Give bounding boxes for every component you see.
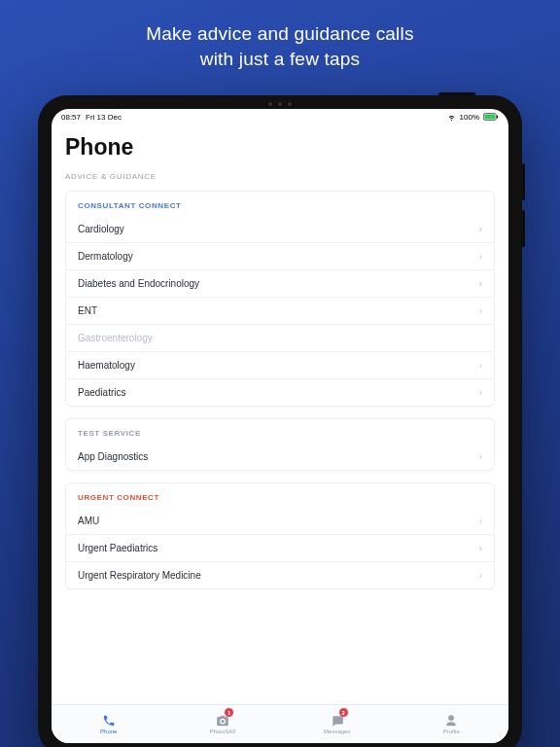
tab-badge: 2: [339, 708, 348, 717]
list-item-label: App Diagnostics: [78, 451, 148, 462]
tab-phone[interactable]: Phone: [52, 705, 166, 743]
chevron-right-icon: ›: [479, 305, 482, 316]
card-header-urgent: URGENT CONNECT: [66, 483, 494, 508]
list-item-label: Urgent Respiratory Medicine: [78, 570, 201, 581]
tab-bar: PhonePhotoSAF1Messages2Profile: [52, 704, 508, 743]
list-item-label: Diabetes and Endocrinology: [78, 278, 199, 289]
list-item[interactable]: App Diagnostics›: [66, 444, 494, 470]
marketing-line2: with just a few taps: [200, 49, 361, 69]
list-item[interactable]: ENT›: [66, 297, 494, 324]
list-item[interactable]: Haematology›: [66, 351, 494, 378]
phone-icon: [102, 714, 116, 728]
card-header-consultant: CONSULTANT CONNECT: [66, 192, 494, 216]
card-test-service: TEST SERVICE App Diagnostics›: [65, 418, 495, 471]
list-item[interactable]: Urgent Respiratory Medicine›: [66, 561, 494, 588]
list-item-label: ENT: [78, 305, 97, 316]
chevron-right-icon: ›: [479, 570, 482, 581]
wifi-icon: [447, 113, 456, 122]
list-item-label: Gastroenterology: [78, 333, 153, 343]
list-item[interactable]: Paediatrics›: [66, 378, 494, 406]
list-item-label: Urgent Paediatrics: [78, 543, 158, 553]
tab-badge: 1: [225, 708, 233, 717]
main-content: Phone ADVICE & GUIDANCE CONSULTANT CONNE…: [52, 124, 508, 704]
list-item[interactable]: AMU›: [66, 508, 494, 534]
status-date: Fri 13 Dec: [86, 113, 122, 122]
device-power-button: [438, 92, 475, 95]
svg-rect-2: [497, 115, 498, 118]
list-item-label: Haematology: [78, 360, 135, 371]
marketing-line1: Make advice and guidance calls: [146, 23, 413, 44]
marketing-headline: Make advice and guidance calls with just…: [0, 0, 560, 71]
battery-icon: [483, 113, 499, 121]
chevron-right-icon: ›: [479, 224, 482, 234]
status-time: 08:57: [61, 113, 81, 122]
section-label: ADVICE & GUIDANCE: [65, 172, 495, 181]
device-volume-up: [522, 163, 525, 200]
card-body-urgent: AMU›Urgent Paediatrics›Urgent Respirator…: [66, 508, 494, 588]
card-consultant-connect: CONSULTANT CONNECT Cardiology›Dermatolog…: [65, 191, 495, 407]
list-item[interactable]: Dermatology›: [66, 242, 494, 269]
chevron-right-icon: ›: [479, 387, 482, 398]
tab-photosaf[interactable]: PhotoSAF1: [166, 705, 281, 743]
card-body-test: App Diagnostics›: [66, 444, 494, 470]
svg-rect-1: [484, 115, 495, 120]
card-urgent-connect: URGENT CONNECT AMU›Urgent Paediatrics›Ur…: [65, 482, 495, 589]
status-bar: 08:57 Fri 13 Dec 100%: [52, 109, 508, 124]
chevron-right-icon: ›: [479, 543, 482, 553]
status-battery-text: 100%: [460, 113, 479, 122]
list-item-label: Paediatrics: [78, 387, 125, 398]
tab-label: Phone: [100, 729, 117, 734]
chevron-right-icon: ›: [479, 360, 482, 371]
tab-profile[interactable]: Profile: [395, 705, 509, 743]
list-item[interactable]: Urgent Paediatrics›: [66, 534, 494, 561]
card-header-test: TEST SERVICE: [66, 419, 494, 444]
device-camera-cluster: [256, 101, 304, 107]
chevron-right-icon: ›: [479, 451, 482, 462]
list-item-label: Cardiology: [78, 224, 124, 234]
screen: 08:57 Fri 13 Dec 100% Phone ADVICE & GUI…: [52, 109, 508, 743]
tab-label: Messages: [324, 729, 350, 734]
list-item[interactable]: Cardiology›: [66, 216, 494, 242]
list-item-label: Dermatology: [78, 251, 133, 262]
list-item[interactable]: Diabetes and Endocrinology›: [66, 269, 494, 297]
list-item: Gastroenterology: [66, 324, 494, 351]
tab-label: PhotoSAF: [210, 729, 236, 734]
tablet-frame: 08:57 Fri 13 Dec 100% Phone ADVICE & GUI…: [38, 95, 522, 747]
chevron-right-icon: ›: [479, 278, 482, 289]
device-volume-down: [522, 210, 525, 247]
chevron-right-icon: ›: [479, 251, 482, 262]
list-item-label: AMU: [78, 516, 99, 526]
chevron-right-icon: ›: [479, 516, 482, 526]
tab-label: Profile: [443, 729, 460, 734]
page-title: Phone: [65, 134, 495, 160]
card-body-consultant: Cardiology›Dermatology›Diabetes and Endo…: [66, 216, 494, 406]
person-icon: [444, 714, 458, 728]
tab-messages[interactable]: Messages2: [280, 705, 395, 743]
